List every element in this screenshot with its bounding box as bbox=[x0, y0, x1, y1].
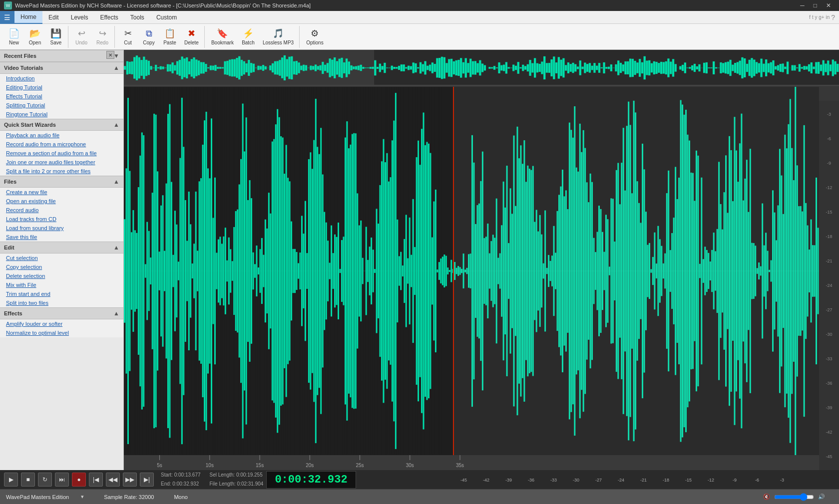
open-label: Open bbox=[29, 40, 41, 45]
transport-record-button[interactable]: ● bbox=[72, 473, 86, 487]
panel-item-load-tracks[interactable]: Load tracks from CD bbox=[0, 215, 123, 224]
toolbar-btn-bookmark[interactable]: 🔖 Bookmark bbox=[208, 27, 237, 47]
svg-text:-24: -24 bbox=[618, 478, 624, 483]
panel-item-split-two[interactable]: Split into two files bbox=[0, 298, 123, 307]
toolbar-btn-save[interactable]: 💾 Save bbox=[46, 27, 66, 47]
quick-start-content: Playback an audio file Record audio from… bbox=[0, 131, 123, 176]
minimize-button[interactable]: ─ bbox=[796, 1, 809, 10]
toolbar-btn-copy[interactable]: ⧉ Copy bbox=[139, 27, 159, 47]
volume-slider[interactable] bbox=[774, 493, 814, 501]
panel-item-create-new[interactable]: Create a new file bbox=[0, 188, 123, 197]
section-header-effects[interactable]: Effects ▲ bbox=[0, 307, 123, 319]
transport-record-end-button[interactable]: ⏭ bbox=[55, 473, 69, 487]
transport-length-info: Sel Length: 0:00:19.255 File Length: 0:0… bbox=[210, 471, 264, 489]
section-header-recent-files[interactable]: Recent Files ▼ bbox=[0, 50, 123, 62]
statusbar-dropdown-arrow[interactable]: ▾ bbox=[81, 494, 84, 500]
panel-item-splitting-tutorial[interactable]: Splitting Tutorial bbox=[0, 101, 123, 110]
panel-item-editing-tutorial[interactable]: Editing Tutorial bbox=[0, 83, 123, 92]
panel-item-save-file[interactable]: Save this file bbox=[0, 233, 123, 242]
menu-item-custom[interactable]: Custom bbox=[150, 11, 183, 24]
transport-loop-button[interactable]: ↻ bbox=[38, 473, 52, 487]
titlebar-title: WavePad Masters Edition by NCH Software … bbox=[15, 2, 311, 8]
transport-stop-button[interactable]: ■ bbox=[21, 473, 35, 487]
transport-fast-forward-button[interactable]: ▶▶ bbox=[123, 473, 137, 487]
panel-item-cut-selection[interactable]: Cut selection bbox=[0, 253, 123, 262]
section-header-quick-start[interactable]: Quick Start Wizards ▲ bbox=[0, 119, 123, 131]
redo-label: Redo bbox=[96, 40, 108, 45]
panel-item-amplify[interactable]: Amplify louder or softer bbox=[0, 319, 123, 328]
transport-play-button[interactable]: ▶ bbox=[4, 473, 18, 487]
titlebar-controls: ─ □ ✕ bbox=[796, 1, 835, 10]
overview-waveform[interactable] bbox=[124, 50, 839, 86]
menu-item-home[interactable]: Home bbox=[14, 11, 42, 24]
transport-sel-length-label: Sel Length: 0:00:19.255 bbox=[210, 471, 264, 480]
toolbar-btn-redo[interactable]: ↪ Redo bbox=[92, 27, 112, 47]
svg-text:5s: 5s bbox=[157, 463, 162, 468]
panel-item-trim[interactable]: Trim start and end bbox=[0, 289, 123, 298]
db-tick: -39 bbox=[826, 405, 832, 410]
panel-item-remove-section[interactable]: Remove a section of audio from a file bbox=[0, 149, 123, 158]
toolbar-btn-cut[interactable]: ✂ Cut bbox=[118, 27, 138, 47]
transport-sel-length-value: 0:00:19.255 bbox=[236, 472, 263, 478]
menu-item-edit[interactable]: Edit bbox=[42, 11, 65, 24]
restore-button[interactable]: □ bbox=[810, 1, 821, 10]
panel-item-playback[interactable]: Playback an audio file bbox=[0, 131, 123, 140]
panel-item-record-mic[interactable]: Record audio from a microphone bbox=[0, 140, 123, 149]
section-header-video-tutorials[interactable]: Video Tutorials ▲ bbox=[0, 62, 123, 74]
section-header-files[interactable]: Files ▲ bbox=[0, 176, 123, 188]
svg-text:-45: -45 bbox=[460, 478, 467, 483]
panel-item-split-file[interactable]: Split a file into 2 or more other files bbox=[0, 167, 123, 176]
panel-item-delete-selection[interactable]: Delete selection bbox=[0, 271, 123, 280]
toolbar-btn-new[interactable]: 📄 New bbox=[4, 27, 24, 47]
db-scale-svg: -45 -42 -39 -36 -33 -30 -27 -24 -21 -18 … bbox=[460, 475, 810, 485]
menu-item-levels[interactable]: Levels bbox=[65, 11, 94, 24]
panel-item-join-files[interactable]: Join one or more audio files together bbox=[0, 158, 123, 167]
svg-text:-30: -30 bbox=[573, 478, 579, 483]
svg-text:-33: -33 bbox=[550, 478, 557, 483]
section-files: Files ▲ Create a new file Open an existi… bbox=[0, 176, 123, 242]
panel-close-button[interactable]: ✕ bbox=[106, 51, 114, 59]
toolbar-btn-lossless-mp3[interactable]: 🎵 Lossless MP3 bbox=[259, 27, 297, 47]
transport-next-button[interactable]: ▶| bbox=[140, 473, 154, 487]
toolbar-btn-undo[interactable]: ↩ Undo bbox=[71, 27, 91, 47]
menu-item-tools[interactable]: Tools bbox=[124, 11, 150, 24]
close-button[interactable]: ✕ bbox=[822, 1, 835, 10]
panel-item-introduction[interactable]: Introduction bbox=[0, 74, 123, 83]
menu-item-effects[interactable]: Effects bbox=[94, 11, 124, 24]
toolbar-btn-batch[interactable]: ⚡ Batch bbox=[238, 27, 258, 47]
panel-item-load-library[interactable]: Load from sound library bbox=[0, 224, 123, 233]
section-header-edit[interactable]: Edit ▲ bbox=[0, 242, 123, 253]
transport-file-length-label: File Length: 0:02:31.904 bbox=[210, 480, 264, 489]
svg-text:-21: -21 bbox=[640, 478, 647, 483]
titlebar-left: W WavePad Masters Edition by NCH Softwar… bbox=[4, 1, 311, 9]
svg-text:-15: -15 bbox=[685, 478, 692, 483]
mute-icon[interactable]: 🔇 bbox=[763, 494, 770, 500]
hamburger-menu[interactable]: ☰ bbox=[0, 11, 14, 24]
toolbar-btn-open[interactable]: 📂 Open bbox=[25, 29, 45, 45]
panel-item-open-existing[interactable]: Open an existing file bbox=[0, 197, 123, 206]
db-tick: -42 bbox=[826, 430, 832, 435]
save-icon: 💾 bbox=[50, 28, 61, 39]
transport-rewind-button[interactable]: ◀◀ bbox=[106, 473, 120, 487]
svg-text:-9: -9 bbox=[733, 478, 737, 483]
toolbar-btn-delete[interactable]: ✖ Delete bbox=[181, 27, 202, 47]
panel-item-copy-selection[interactable]: Copy selection bbox=[0, 262, 123, 271]
toolbar-btn-paste[interactable]: 📋 Paste bbox=[160, 27, 180, 47]
main-waveform[interactable] bbox=[124, 87, 839, 455]
svg-text:-36: -36 bbox=[528, 478, 534, 483]
menubar: ☰ Home Edit Levels Effects Tools Custom … bbox=[0, 11, 839, 24]
toolbar-group-options: ⚙ Options bbox=[301, 26, 329, 48]
waveform-area[interactable]: ✏ ⇔ ⊞ ⊣ ⊢ ◁ ▷ 🔍 🔎 ⛶ 5s bbox=[124, 50, 839, 470]
volume-icon[interactable]: 🔊 bbox=[818, 494, 825, 500]
bookmark-label: Bookmark bbox=[211, 40, 234, 45]
effects-collapse-icon: ▲ bbox=[113, 310, 119, 317]
panel-item-effects-tutorial[interactable]: Effects Tutorial bbox=[0, 92, 123, 101]
transport-prev-button[interactable]: |◀ bbox=[89, 473, 103, 487]
toolbar-btn-options[interactable]: ⚙ Options bbox=[303, 27, 327, 47]
svg-text:-6: -6 bbox=[755, 478, 759, 483]
panel-item-normalize[interactable]: Normalize to optimal level bbox=[0, 328, 123, 337]
svg-text:-12: -12 bbox=[708, 478, 714, 483]
panel-item-record-audio[interactable]: Record audio bbox=[0, 206, 123, 215]
panel-item-mix-file[interactable]: Mix with File bbox=[0, 280, 123, 289]
panel-item-ringtone-tutorial[interactable]: Ringtone Tutorial bbox=[0, 110, 123, 119]
